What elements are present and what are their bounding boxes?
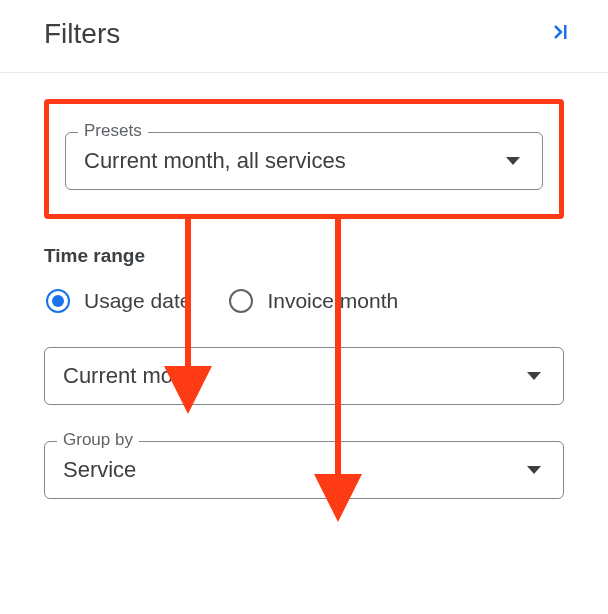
group-by-value: Service <box>63 457 527 483</box>
svg-rect-0 <box>564 25 567 39</box>
radio-invoice-month[interactable]: Invoice month <box>229 289 398 313</box>
radio-icon-selected <box>46 289 70 313</box>
radio-label-invoice-month: Invoice month <box>267 289 398 313</box>
chevron-down-icon <box>527 372 541 380</box>
time-range-value: Current month <box>63 363 527 389</box>
presets-highlight-box: Presets Current month, all services <box>44 99 564 219</box>
filters-body: Presets Current month, all services Time… <box>0 73 608 523</box>
radio-icon-unselected <box>229 289 253 313</box>
presets-legend: Presets <box>78 121 148 141</box>
time-range-select[interactable]: Current month <box>44 347 564 405</box>
group-by-select[interactable]: Group by Service <box>44 441 564 499</box>
group-by-legend: Group by <box>57 430 139 450</box>
collapse-panel-icon[interactable] <box>548 20 584 48</box>
radio-label-usage-date: Usage date <box>84 289 191 313</box>
radio-usage-date[interactable]: Usage date <box>46 289 191 313</box>
presets-value: Current month, all services <box>84 148 506 174</box>
time-range-radio-group: Usage date Invoice month <box>44 289 564 313</box>
time-range-label: Time range <box>44 245 564 267</box>
chevron-down-icon <box>527 466 541 474</box>
filters-header: Filters <box>0 0 608 73</box>
presets-select[interactable]: Presets Current month, all services <box>65 132 543 190</box>
chevron-down-icon <box>506 157 520 165</box>
filters-title: Filters <box>44 18 120 50</box>
